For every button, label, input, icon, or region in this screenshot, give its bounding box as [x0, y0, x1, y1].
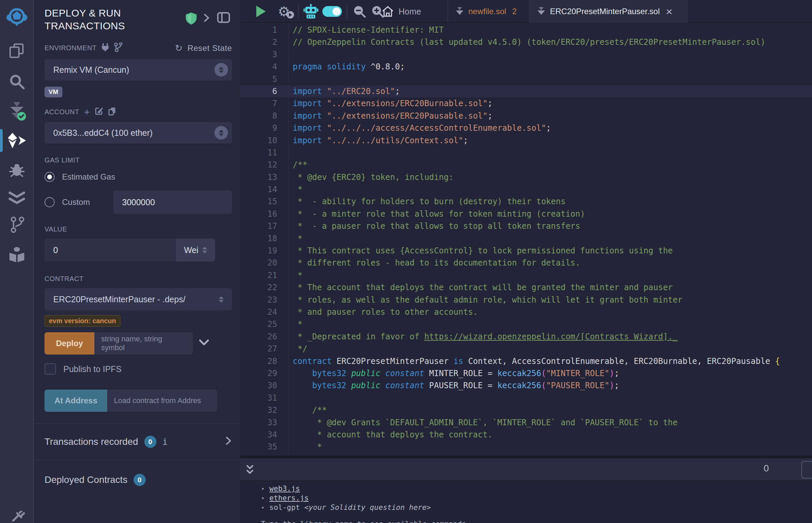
info-icon[interactable]: i	[162, 437, 168, 447]
expand-deploy-icon[interactable]	[199, 339, 209, 347]
code-line[interactable]: 11	[240, 147, 812, 159]
transactions-recorded-label: Transactions recorded	[45, 436, 138, 447]
tab-erc20presetminterpauser[interactable]: ERC20PresetMinterPauser.sol ×	[529, 0, 688, 23]
code-line[interactable]: 12/**	[240, 159, 812, 171]
custom-gas-radio[interactable]	[45, 197, 55, 207]
code-line[interactable]: 23 * roles, as well as the default admin…	[240, 294, 812, 306]
ai-copilot-button[interactable]	[301, 0, 320, 23]
code-line[interactable]: 8import "../extensions/ERC20Pausable.sol…	[240, 110, 812, 122]
contract-select[interactable]: ERC20PresetMinterPauser - .deps/	[45, 288, 232, 310]
solidity-unit-testing-icon[interactable]	[0, 189, 34, 208]
git-icon[interactable]	[0, 215, 34, 235]
code-line[interactable]: 19 * This contract uses {AccessControl} …	[240, 245, 812, 257]
at-address-button[interactable]: At Address	[45, 390, 107, 412]
debugger-icon[interactable]	[0, 159, 34, 179]
code-line[interactable]: 21 *	[240, 269, 812, 282]
code-line[interactable]: 20 * different roles - head to its docum…	[240, 257, 812, 269]
code-line[interactable]: 29 bytes32 public constant MINTER_ROLE =…	[240, 367, 812, 379]
value-unit-select[interactable]: Wei	[176, 239, 215, 262]
line-number: 18	[240, 233, 277, 245]
code-line[interactable]: 7import "../extensions/ERC20Burnable.sol…	[240, 97, 812, 109]
copy-account-icon[interactable]	[108, 107, 116, 117]
zoom-out-icon[interactable]	[351, 0, 368, 23]
code-line[interactable]: 32 /**	[240, 404, 812, 416]
tab-active-label: ERC20PresetMinterPauser.sol	[550, 7, 659, 16]
deploy-args-input[interactable]: string name, string symbol	[94, 332, 193, 355]
tab-newfile[interactable]: newfile.sol 2	[448, 0, 529, 23]
tab-home[interactable]: Home	[382, 0, 421, 23]
panel-title: DEPLOY & RUN TRANSACTIONS	[45, 7, 169, 32]
code-line[interactable]: 3	[240, 49, 812, 61]
code-line[interactable]: 26 * _Deprecated in favor of https://wiz…	[240, 330, 812, 343]
terminal-search-box[interactable]	[801, 461, 812, 479]
fork-environment-icon[interactable]	[114, 42, 123, 54]
ai-toggle[interactable]	[321, 0, 343, 23]
solidity-compiler-icon[interactable]	[0, 101, 34, 123]
file-explorer-icon[interactable]	[0, 41, 34, 61]
create-account-icon[interactable]: +	[84, 109, 90, 115]
code-line[interactable]: 18 *	[240, 233, 812, 245]
terminal-list-item[interactable]: •web3.js	[261, 484, 812, 493]
tab-modified-badge: 2	[512, 7, 517, 16]
icon-rail	[0, 0, 34, 523]
code-line[interactable]: 33 * @dev Grants `DEFAULT_ADMIN_ROLE`, `…	[240, 416, 812, 429]
transactions-count-badge: 0	[144, 436, 157, 448]
reset-state-button[interactable]: Reset State	[188, 43, 232, 53]
code-line[interactable]: 31	[240, 392, 812, 404]
code-line[interactable]: 16 * - a minter role that allows for tok…	[240, 208, 812, 220]
environment-select[interactable]: Remix VM (Cancun)	[45, 59, 232, 80]
publish-ipfs-checkbox[interactable]	[45, 363, 56, 375]
code-line[interactable]: 5	[240, 73, 812, 85]
code-line[interactable]: 15 * - ability for holders to burn (dest…	[240, 196, 812, 208]
terminal-resize-handle[interactable]	[240, 456, 812, 458]
code-line[interactable]: 4pragma solidity ^0.8.0;	[240, 61, 812, 73]
close-tab-icon[interactable]: ×	[666, 6, 672, 17]
terminal-list-item[interactable]: •ethers.js	[261, 493, 812, 503]
code-line[interactable]: 24 * and pauser roles to other accounts.	[240, 306, 812, 318]
expand-transactions-icon[interactable]	[225, 436, 232, 448]
value-input[interactable]: 0	[45, 239, 176, 262]
plugin-manager-icon[interactable]	[0, 511, 34, 523]
deploy-button[interactable]: Deploy	[45, 332, 94, 355]
unit-stepper-icon	[202, 247, 207, 253]
plug-icon[interactable]	[101, 43, 109, 53]
code-line[interactable]: 28contract ERC20PresetMinterPauser is Co…	[240, 355, 812, 367]
search-icon[interactable]	[0, 71, 34, 92]
code-line[interactable]: 36 * See {ERC20-constructor}.	[240, 453, 812, 456]
code-line[interactable]: 30 bytes32 public constant PAUSER_ROLE =…	[240, 379, 812, 392]
terminal-items: •web3.js•ethers.js•sol-gpt <your Solidit…	[261, 484, 812, 512]
edit-account-icon[interactable]	[95, 107, 104, 117]
run-script-button[interactable]	[251, 0, 270, 23]
code-line[interactable]: 10import "../../../utils/Context.sol";	[240, 134, 812, 147]
chevron-right-icon[interactable]	[203, 14, 210, 23]
code-line[interactable]: 27 */	[240, 343, 812, 355]
deploy-and-run-icon[interactable]	[0, 131, 34, 150]
line-number: 33	[240, 416, 277, 429]
expand-terminal-icon[interactable]	[244, 463, 255, 478]
code-line[interactable]: 22 * The account that deploys the contra…	[240, 282, 812, 293]
code-line[interactable]: 6import "../ERC20.sol";	[240, 85, 812, 97]
estimated-gas-label: Estimated Gas	[62, 172, 115, 182]
gas-limit-label: GAS LIMIT	[45, 156, 80, 164]
account-select[interactable]: 0x5B3...eddC4 (100 ether)	[45, 122, 232, 144]
terminal-output[interactable]: •web3.js•ethers.js•sol-gpt <your Solidit…	[240, 481, 812, 523]
code-line[interactable]: 34 * account that deploys the contract.	[240, 429, 812, 441]
terminal-list-item[interactable]: •sol-gpt <your Solidity question here>	[261, 503, 812, 512]
estimated-gas-radio[interactable]	[45, 172, 55, 182]
line-number: 2	[240, 36, 277, 48]
code-line[interactable]: 2// OpenZeppelin Contracts (last updated…	[240, 36, 812, 48]
code-editor[interactable]: 1// SPDX-License-Identifier: MIT2// Open…	[240, 23, 812, 456]
code-line[interactable]: 14 *	[240, 183, 812, 196]
at-address-input[interactable]: Load contract from Addres	[107, 390, 217, 412]
learneth-icon[interactable]	[0, 245, 34, 265]
pin-panel-icon[interactable]	[217, 12, 230, 24]
code-line[interactable]: 13 * @dev {ERC20} token, including:	[240, 171, 812, 183]
code-line[interactable]: 25 *	[240, 318, 812, 330]
code-line[interactable]: 1// SPDX-License-Identifier: MIT	[240, 24, 812, 36]
code-line[interactable]: 35 *	[240, 441, 812, 453]
script-config-button[interactable]: ⚙	[274, 0, 294, 23]
code-line[interactable]: 17 * - a pauser role that allows to stop…	[240, 220, 812, 232]
reset-state-icon[interactable]: ↻	[175, 45, 183, 52]
custom-gas-input[interactable]: 3000000	[113, 191, 232, 214]
code-line[interactable]: 9import "../../../access/AccessControlEn…	[240, 122, 812, 134]
